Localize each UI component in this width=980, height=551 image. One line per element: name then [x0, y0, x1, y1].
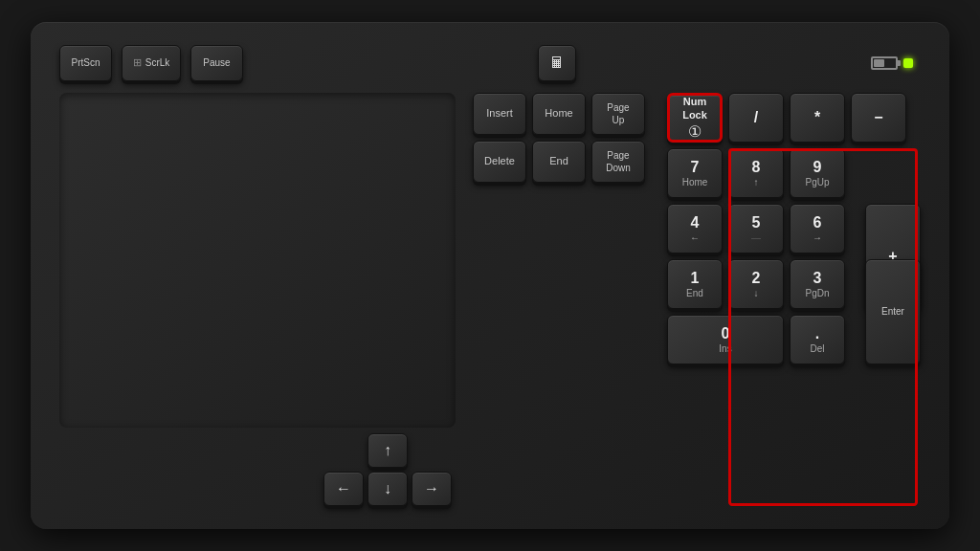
arrow-down-key[interactable]: ↓ [368, 472, 408, 506]
numpad-asterisk-key[interactable]: * [790, 93, 845, 143]
insert-key[interactable]: Insert [473, 93, 526, 135]
arrow-right-key[interactable]: → [412, 472, 452, 506]
keyboard: PrtScn ⊞ ScrLk Pause 🖩 [31, 22, 949, 529]
numpad-2-key[interactable]: 2 ↓ [728, 259, 784, 309]
numlock-key[interactable]: NumLock ① [667, 93, 723, 143]
numpad-6-key[interactable]: 6 → [790, 204, 845, 253]
end-key[interactable]: End [532, 141, 586, 183]
pagedown-key[interactable]: PageDown [591, 141, 645, 183]
pageup-key[interactable]: PageUp [591, 93, 645, 135]
home-key[interactable]: Home [532, 93, 586, 135]
arrow-up-key[interactable]: ↑ [368, 433, 408, 468]
numpad-0-key[interactable]: 0 Ins [667, 315, 784, 364]
numpad-5-key[interactable]: 5 — [728, 204, 784, 253]
numpad-9-key[interactable]: 9 PgUp [790, 148, 845, 198]
battery-indicator [871, 56, 898, 70]
numpad-3-key[interactable]: 3 PgDn [790, 259, 845, 309]
numpad-8-key[interactable]: 8 ↑ [728, 148, 784, 198]
arrow-left-key[interactable]: ← [323, 472, 364, 506]
numpad-minus-key[interactable]: − [851, 93, 906, 143]
numpad-1-key[interactable]: 1 End [667, 259, 723, 309]
prtscn-key[interactable]: PrtScn [59, 45, 112, 81]
pause-key[interactable]: Pause [190, 45, 243, 81]
numpad: NumLock ① / * − 7 Home [667, 93, 921, 506]
calc-key[interactable]: 🖩 [538, 45, 576, 81]
numpad-7-key[interactable]: 7 Home [667, 148, 723, 198]
numpad-dot-key[interactable]: . Del [790, 315, 845, 364]
numpad-4-key[interactable]: 4 ← [667, 204, 723, 253]
scrlk-key[interactable]: ⊞ ScrLk [122, 45, 181, 81]
delete-key[interactable]: Delete [473, 141, 526, 183]
numpad-slash-key[interactable]: / [728, 93, 784, 143]
led-indicator [903, 58, 913, 68]
